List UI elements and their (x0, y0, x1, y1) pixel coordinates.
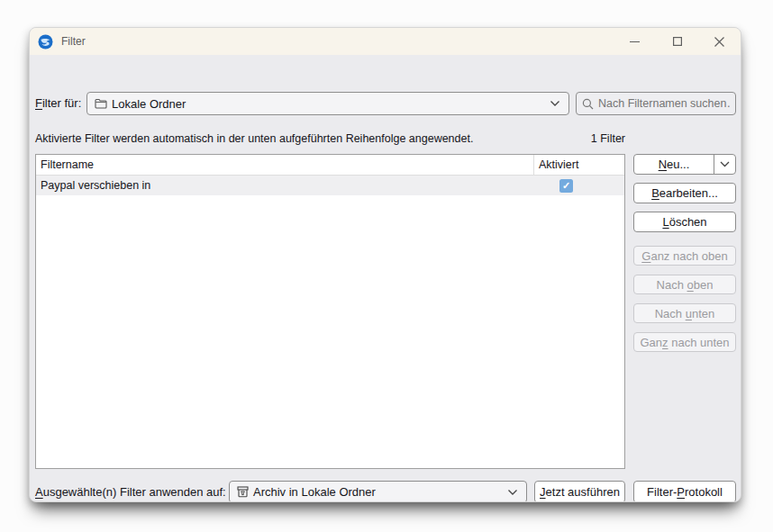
thunderbird-logo-icon (38, 34, 53, 50)
titlebar: Filter (30, 28, 741, 55)
move-to-bottom-button[interactable]: Ganz nach unten (633, 332, 736, 352)
filter-row-name: Paypal verschieben in (36, 179, 535, 192)
filter-count: 1 Filter (35, 132, 625, 145)
run-now-button[interactable]: Jetzt ausführen (534, 481, 625, 502)
dialog-content: Filter für: Lokale Ordner Aktivierte Fil… (30, 55, 741, 501)
chevron-down-icon (550, 100, 560, 107)
column-header-aktiviert[interactable]: Aktiviert (534, 155, 624, 175)
new-split-button: Neu... (633, 154, 736, 175)
filter-source-dropdown[interactable]: Lokale Ordner (86, 92, 569, 115)
chevron-down-icon (507, 489, 518, 496)
apply-to-label: Ausgewählte(n) Filter anwenden auf: (35, 485, 226, 499)
filter-dialog-window: Filter Filter für: Lokale Ordner (29, 27, 741, 502)
filter-list: Filtername Aktiviert Paypal verschieben … (35, 154, 625, 469)
column-header-filtername[interactable]: Filtername (36, 155, 534, 175)
apply-target-dropdown[interactable]: Archiv in Lokale Ordner (229, 481, 527, 502)
new-dropdown-button[interactable] (714, 155, 735, 174)
apply-target-value: Archiv in Lokale Ordner (253, 485, 376, 499)
folder-icon (95, 98, 107, 109)
archive-icon (237, 486, 249, 498)
filter-log-button[interactable]: Filter-Protokoll (633, 481, 736, 502)
close-button[interactable] (698, 28, 741, 55)
filter-row[interactable]: Paypal verschieben in ✓ (36, 176, 624, 195)
filter-source-value: Lokale Ordner (112, 97, 186, 111)
filter-row-active-cell: ✓ (535, 179, 624, 193)
delete-button[interactable]: Löschen (633, 212, 736, 232)
maximize-button[interactable] (656, 28, 698, 55)
search-icon (582, 98, 594, 110)
filter-search-field[interactable] (576, 92, 736, 115)
filter-list-header: Filtername Aktiviert (36, 155, 624, 176)
check-icon: ✓ (562, 180, 570, 192)
enabled-checkbox[interactable]: ✓ (559, 179, 573, 193)
move-down-button[interactable]: Nach unten (633, 303, 736, 323)
filter-for-label: Filter für: (35, 96, 81, 110)
minimize-button[interactable] (614, 28, 656, 55)
move-up-button[interactable]: Nach oben (633, 275, 736, 294)
window-title: Filter (61, 35, 86, 48)
edit-button[interactable]: Bearbeiten... (633, 183, 736, 203)
new-button[interactable]: Neu... (634, 155, 714, 174)
search-input[interactable] (598, 97, 730, 110)
move-to-top-button[interactable]: Ganz nach oben (633, 246, 736, 266)
chevron-down-icon (720, 161, 730, 167)
